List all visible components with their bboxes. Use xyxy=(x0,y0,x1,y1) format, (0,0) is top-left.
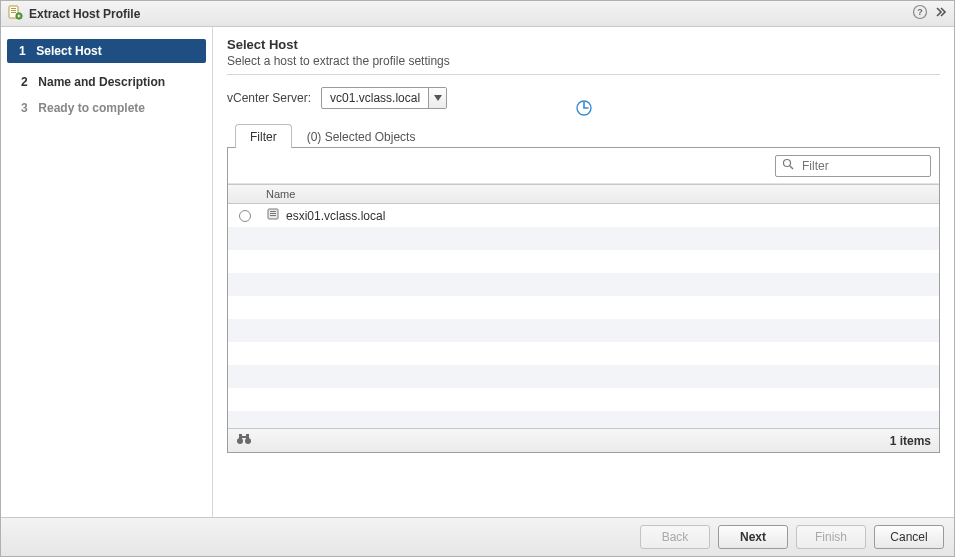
svg-text:?: ? xyxy=(917,7,923,17)
wizard-step-ready-complete[interactable]: 3 Ready to complete xyxy=(1,95,212,121)
filter-input[interactable] xyxy=(775,155,931,177)
svg-rect-13 xyxy=(270,215,276,216)
finish-button[interactable]: Finish xyxy=(796,525,866,549)
svg-rect-11 xyxy=(270,211,276,212)
divider xyxy=(227,74,940,75)
loading-spinner-icon xyxy=(575,99,593,120)
tab-selected-objects[interactable]: (0) Selected Objects xyxy=(292,124,431,148)
grid-body: esxi01.vclass.local xyxy=(228,204,939,428)
host-profile-icon xyxy=(7,4,23,23)
row-radio[interactable] xyxy=(239,210,251,222)
svg-rect-3 xyxy=(11,12,16,13)
grid-footer: 1 items xyxy=(228,428,939,452)
grid-item-count: 1 items xyxy=(890,434,931,448)
vcenter-server-value: vc01.vclass.local xyxy=(322,91,428,105)
svg-rect-1 xyxy=(11,8,16,9)
vcenter-server-select[interactable]: vc01.vclass.local xyxy=(321,87,447,109)
wizard-content: Select Host Select a host to extract the… xyxy=(213,27,954,517)
wizard-step-name-description[interactable]: 2 Name and Description xyxy=(1,69,212,95)
table-row[interactable]: esxi01.vclass.local xyxy=(228,204,939,227)
filter-text-field[interactable] xyxy=(800,158,954,174)
svg-point-8 xyxy=(784,160,791,167)
svg-rect-12 xyxy=(270,213,276,214)
dialog-title: Extract Host Profile xyxy=(29,7,140,21)
host-icon xyxy=(266,207,280,224)
column-name[interactable]: Name xyxy=(262,188,939,200)
svg-rect-2 xyxy=(11,10,16,11)
wizard-step-select-host[interactable]: 1 Select Host xyxy=(7,39,206,63)
vcenter-server-label: vCenter Server: xyxy=(227,91,311,105)
svg-rect-17 xyxy=(246,434,249,439)
tab-filter[interactable]: Filter xyxy=(235,124,292,148)
help-icon[interactable]: ? xyxy=(912,4,928,23)
host-name: esxi01.vclass.local xyxy=(286,209,385,223)
tab-bar: Filter (0) Selected Objects xyxy=(235,123,940,147)
page-subheading: Select a host to extract the profile set… xyxy=(227,54,940,68)
title-bar: Extract Host Profile ? xyxy=(1,1,954,27)
page-heading: Select Host xyxy=(227,37,940,52)
search-icon xyxy=(782,158,794,173)
chevron-down-icon xyxy=(428,88,446,108)
grid-toolbar xyxy=(228,148,939,184)
svg-rect-16 xyxy=(239,434,242,439)
svg-line-9 xyxy=(790,166,793,169)
next-button[interactable]: Next xyxy=(718,525,788,549)
expand-icon[interactable] xyxy=(934,5,948,22)
grid-header: Name xyxy=(228,184,939,204)
host-grid: Name esxi01.vclass.local xyxy=(227,147,940,453)
wizard-sidebar: 1 Select Host 2 Name and Description 3 R… xyxy=(1,27,213,517)
binoculars-icon[interactable] xyxy=(236,432,252,449)
back-button[interactable]: Back xyxy=(640,525,710,549)
wizard-footer: Back Next Finish Cancel xyxy=(1,517,954,556)
cancel-button[interactable]: Cancel xyxy=(874,525,944,549)
svg-rect-18 xyxy=(242,436,246,438)
